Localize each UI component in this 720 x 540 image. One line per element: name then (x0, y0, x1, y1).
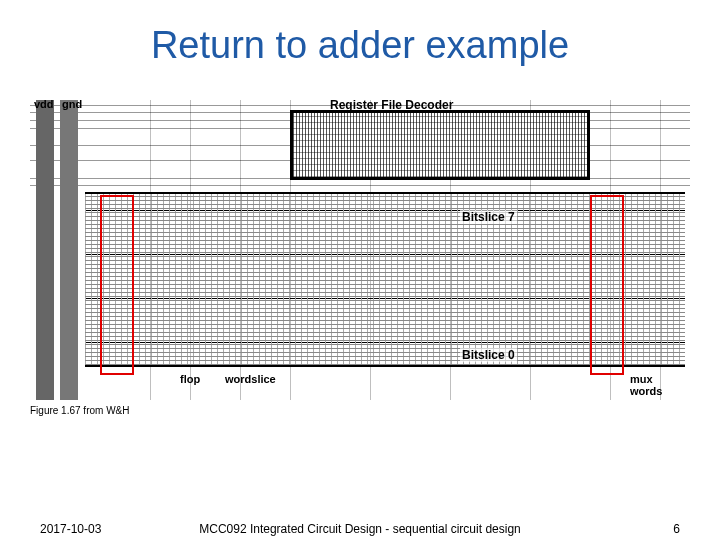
bitslice-7-label: Bitslice 7 (460, 210, 517, 224)
slide-title: Return to adder example (0, 24, 720, 67)
footer-course: MCC092 Integrated Circuit Design - seque… (0, 522, 720, 536)
vdd-label: vdd (34, 100, 54, 110)
annot-mux: mux (630, 373, 653, 385)
bitslice-0-label: Bitslice 0 (460, 348, 517, 362)
annot-wordslice-right: words (630, 385, 662, 397)
footer-page-number: 6 (673, 522, 680, 536)
register-file-decoder (290, 110, 590, 180)
layout-figure: vdd gnd Register File Decoder Bitslice 7… (30, 100, 690, 400)
decoder-label: Register File Decoder (330, 100, 453, 112)
gnd-rail (60, 100, 78, 400)
annot-wordslice-left: wordslice (225, 373, 276, 385)
annot-flop: flop (180, 373, 200, 385)
highlight-left (100, 195, 134, 375)
highlight-right (590, 195, 624, 375)
figure-caption: Figure 1.67 from W&H (30, 405, 129, 416)
gnd-label: gnd (62, 100, 82, 110)
vdd-rail (36, 100, 54, 400)
